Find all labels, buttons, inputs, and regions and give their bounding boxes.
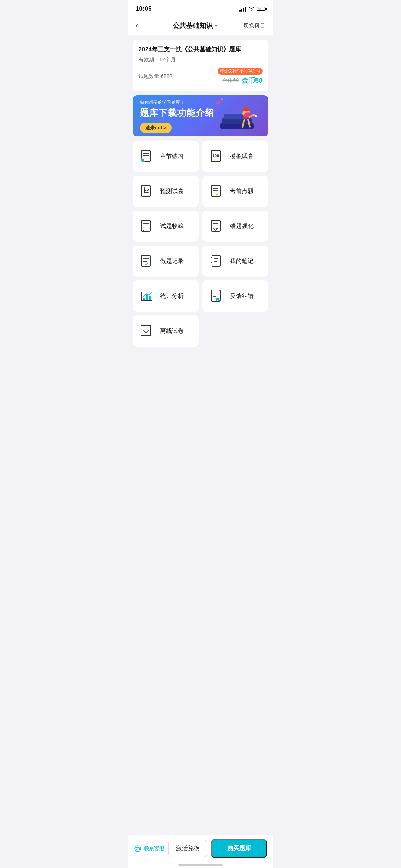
svg-text:100: 100: [212, 153, 219, 158]
svg-rect-25: [141, 220, 150, 231]
feedback-icon: [208, 288, 225, 304]
product-price: 特价仅剩:5小时54分钟 金币60 金币50: [218, 68, 263, 85]
price-badge: 特价仅剩:5小时54分钟: [218, 68, 263, 75]
activate-button[interactable]: 激活兑换: [168, 840, 207, 857]
svg-point-9: [221, 98, 223, 100]
svg-rect-57: [139, 849, 140, 850]
product-count: 试题数量:6882: [138, 73, 172, 80]
banner[interactable]: 做你想要的学习题库！ 题库下载功能介绍 速来get >: [133, 95, 268, 136]
price-sale: 金币50: [242, 76, 263, 85]
menu-item-chapter-label: 章节练习: [160, 153, 184, 160]
menu-item-feedback[interactable]: 反馈纠错: [202, 280, 268, 312]
price-original: 金币60: [222, 77, 239, 84]
home-indicator: [178, 864, 223, 866]
status-icons: [239, 6, 265, 12]
highlight-icon: [208, 183, 225, 199]
bottom-bar: 联系客服 激活兑换 购买题库: [128, 835, 273, 868]
wrong-icon: [208, 218, 225, 234]
menu-item-collect[interactable]: 试题收藏: [133, 211, 199, 242]
menu-item-notes[interactable]: 我的笔记: [202, 246, 268, 277]
wifi-icon: [248, 6, 254, 12]
svg-rect-46: [143, 298, 145, 300]
title-text: 公共基础知识: [173, 21, 213, 30]
banner-subtitle: 做你想要的学习题库！: [140, 99, 214, 105]
banner-btn[interactable]: 速来get >: [140, 123, 172, 133]
product-card: 2024年三支一扶《公共基础知识》题库 有效期：12个月 试题数量:6882 特…: [133, 40, 268, 91]
menu-item-stats[interactable]: 统计分析: [133, 280, 199, 312]
menu-item-feedback-label: 反馈纠错: [230, 292, 254, 300]
status-bar: 10:05: [128, 0, 273, 16]
svg-rect-5: [244, 107, 248, 110]
offline-icon: [138, 323, 155, 339]
predict-icon: [138, 183, 155, 199]
svg-point-7: [216, 101, 220, 105]
signal-icon: [239, 6, 246, 12]
menu-item-offline-label: 离线试卷: [160, 327, 184, 335]
menu-item-wrong[interactable]: 错题强化: [202, 211, 268, 242]
menu-item-record-label: 做题记录: [160, 257, 184, 265]
price-row: 金币60 金币50: [222, 76, 263, 85]
svg-rect-56: [136, 849, 137, 850]
banner-illustration: [213, 95, 265, 136]
product-title: 2024年三支一扶《公共基础知识》题库: [138, 46, 263, 53]
back-button[interactable]: ‹: [136, 21, 150, 30]
menu-item-record[interactable]: 做题记录: [133, 246, 199, 277]
collect-icon: [138, 218, 155, 234]
svg-marker-24: [216, 194, 218, 195]
banner-title: 题库下载功能介绍: [140, 107, 214, 119]
menu-item-offline[interactable]: 离线试卷: [133, 315, 199, 347]
notes-icon: [208, 253, 225, 269]
menu-item-highlight[interactable]: 考前点题: [202, 176, 268, 207]
menu-item-predict-label: 预测试卷: [160, 188, 184, 195]
svg-rect-47: [146, 295, 148, 300]
menu-item-wrong-label: 错题强化: [230, 222, 254, 230]
header-title: 公共基础知识 ▾: [173, 21, 217, 30]
banner-content: 做你想要的学习题库！ 题库下载功能介绍 速来get >: [140, 99, 214, 133]
switch-subject-button[interactable]: 切换科目: [239, 22, 265, 29]
status-time: 10:05: [136, 5, 151, 13]
record-icon: [138, 253, 155, 269]
header: ‹ 公共基础知识 ▾ 切换科目: [128, 16, 273, 35]
product-validity: 有效期：12个月: [138, 56, 263, 63]
menu-item-chapter[interactable]: 章节练习: [133, 141, 199, 172]
menu-item-mock[interactable]: 100 模拟试卷: [202, 141, 268, 172]
chapter-icon: [138, 148, 155, 165]
menu-item-collect-label: 试题收藏: [160, 222, 184, 230]
mock-icon: 100: [208, 148, 225, 165]
svg-rect-37: [212, 255, 220, 266]
main-content: 2024年三支一扶《公共基础知识》题库 有效期：12个月 试题数量:6882 特…: [128, 35, 273, 384]
svg-rect-49: [211, 290, 220, 301]
title-dropdown-icon[interactable]: ▾: [215, 23, 217, 28]
menu-item-highlight-label: 考前点题: [230, 188, 254, 195]
menu-grid: 章节练习 100 模拟试卷 预测试卷: [133, 141, 268, 347]
menu-item-mock-label: 模拟试卷: [230, 153, 254, 160]
svg-point-6: [255, 115, 257, 117]
battery-icon: [257, 7, 265, 11]
svg-rect-1: [222, 118, 252, 124]
service-label: 联系客服: [144, 845, 164, 852]
product-footer: 试题数量:6882 特价仅剩:5小时54分钟 金币60 金币50: [138, 68, 263, 85]
menu-item-predict[interactable]: 预测试卷: [133, 176, 199, 207]
svg-rect-19: [141, 185, 150, 196]
menu-item-stats-label: 统计分析: [160, 292, 184, 300]
buy-button[interactable]: 购买题库: [211, 839, 267, 858]
headset-icon: [134, 845, 141, 852]
svg-rect-48: [149, 296, 151, 300]
service-button[interactable]: 联系客服: [134, 845, 164, 852]
menu-item-notes-label: 我的笔记: [230, 257, 254, 265]
stats-icon: [138, 288, 155, 304]
